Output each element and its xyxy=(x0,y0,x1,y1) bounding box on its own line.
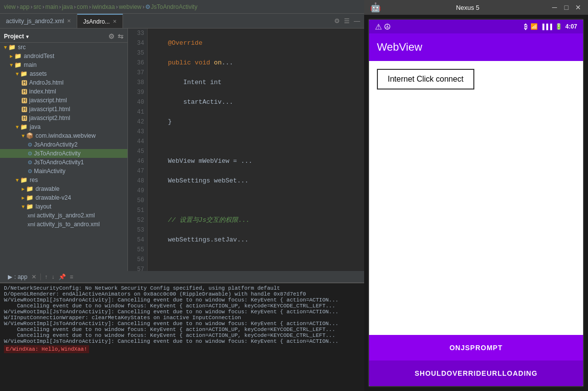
tree-item-label: res xyxy=(30,177,38,183)
list-item[interactable]: ⚙ JsAndroActivity2 xyxy=(0,140,127,149)
run-tab[interactable]: ▶ : app ✕ xyxy=(4,273,41,280)
list-item[interactable]: ▾ 📁 assets xyxy=(0,69,127,78)
list-item[interactable]: H javascript.html xyxy=(0,96,127,105)
tab-xml-close[interactable]: ✕ xyxy=(67,18,71,24)
shouldoverrideurlloading-button[interactable]: SHOULDOVERRIDEURLLOADING xyxy=(369,361,583,386)
battery-icon: 🔋 xyxy=(555,23,562,30)
html-icon: H xyxy=(22,116,27,121)
console-line: W/ViewRootImpl[JsToAndroActivity]: Cance… xyxy=(4,321,360,327)
ide-body: Project ▾ ⚙ ⇆ ▾ 📁 src ▸ 📁 androidTest xyxy=(0,29,364,271)
folder-icon: ▾ 📁 xyxy=(16,123,28,130)
tree-item-label: index.html xyxy=(29,88,56,95)
tree-item-label: androidTest xyxy=(24,53,54,60)
close-button[interactable]: ✕ xyxy=(574,3,582,11)
tab-js-close[interactable]: ✕ xyxy=(113,19,117,24)
signal-icon: ▐▐▐ xyxy=(541,24,552,30)
tree-item-label: assets xyxy=(30,70,47,77)
folder-icon: ▾ 📁 xyxy=(22,203,33,210)
console-line: W/ViewRootImpl[JsToAndroActivity]: Cance… xyxy=(4,297,360,303)
list-item[interactable]: ▾ 📁 layout xyxy=(0,202,127,211)
list-item[interactable]: H javascript2.html xyxy=(0,114,127,122)
tab-js-label: JsAndro... xyxy=(83,18,110,25)
app-bar: WebView xyxy=(369,33,583,61)
breadcrumb-com[interactable]: com xyxy=(77,3,88,10)
status-bar: ⚠ ☮ ₿ 📶 ▐▐▐ 🔋 4:07 xyxy=(369,20,583,33)
list-item[interactable]: H index.html xyxy=(0,87,127,96)
html-icon: H xyxy=(22,80,27,86)
pin-icon[interactable]: 📌 xyxy=(59,273,66,280)
tree-item-label: javascript.html xyxy=(29,97,67,104)
layout-icon[interactable]: ☰ xyxy=(344,17,350,25)
tree-item-label: com.iwindxaa.webview xyxy=(35,132,95,139)
list-item[interactable]: ▾ 📦 com.iwindxaa.webview xyxy=(0,131,127,140)
list-item[interactable]: ⚙ JsToAndroActivity xyxy=(0,149,127,158)
java-class-icon: ⚙ xyxy=(28,150,32,157)
html-icon: H xyxy=(22,107,27,112)
breadcrumb-app[interactable]: app xyxy=(20,3,30,10)
list-item[interactable]: ▸ 📁 drawable-v24 xyxy=(0,193,127,202)
java-class-icon: ⚙ xyxy=(28,168,32,175)
breadcrumb-webview[interactable]: webview xyxy=(119,3,141,10)
scroll-down-icon[interactable]: ↓ xyxy=(52,273,55,280)
breadcrumb-main[interactable]: main xyxy=(45,3,58,10)
tree-sync-icon[interactable]: ⇆ xyxy=(118,32,124,40)
tree-settings-icon[interactable]: ⚙ xyxy=(108,32,115,40)
filter-icon[interactable]: ≡ xyxy=(70,273,73,280)
tab-js-to-andro[interactable]: JsAndro... ✕ xyxy=(77,14,123,28)
tree-item-label: activity_js_to_andro.xml xyxy=(37,221,100,228)
code-editor[interactable]: 3334353637 3839404142 4344454647 4849505… xyxy=(128,29,364,271)
folder-icon: ▸ 📁 xyxy=(10,53,22,60)
onjsprompt-button[interactable]: ONJSPROMPT xyxy=(369,335,583,361)
gear-icon[interactable]: ⚙ xyxy=(334,17,340,25)
editor-tabs: activity_js_andro2.xml ✕ JsAndro... ✕ ⚙ … xyxy=(0,14,364,29)
folder-icon: ▾ 📁 xyxy=(4,44,16,51)
list-item[interactable]: ▸ 📁 drawable xyxy=(0,184,127,193)
list-item[interactable]: xml activity_js_to_andro.xml xyxy=(0,220,127,229)
breadcrumb-java[interactable]: java xyxy=(62,3,73,10)
list-item[interactable]: ▾ 📁 java xyxy=(0,122,127,131)
breadcrumb-src[interactable]: src xyxy=(33,3,41,10)
maximize-button[interactable]: □ xyxy=(562,3,570,11)
tree-item-label: src xyxy=(18,44,26,51)
tree-item-label: activity_js_andro2.xml xyxy=(37,212,95,219)
sync-icon: ☮ xyxy=(384,22,391,31)
ide-panel: view › app › src › main › java › com › i… xyxy=(0,0,364,391)
folder-icon: ▾ 📁 xyxy=(16,177,28,183)
list-item[interactable]: xml activity_js_andro2.xml xyxy=(0,211,127,220)
list-item[interactable]: ▸ 📁 androidTest xyxy=(0,52,127,60)
wifi-icon: 📶 xyxy=(530,23,538,30)
list-item[interactable]: ⚙ MainActivity xyxy=(0,167,127,176)
bluetooth-icon: ₿ xyxy=(524,23,527,30)
tree-item-label: java xyxy=(30,123,40,130)
tab-xml[interactable]: activity_js_andro2.xml ✕ xyxy=(0,14,77,28)
tree-item-label: javascript2.html xyxy=(29,115,70,121)
list-item[interactable]: ▾ 📁 main xyxy=(0,60,127,69)
tree-item-label: JsToAndroActivity xyxy=(34,150,81,157)
project-label: Project xyxy=(4,33,24,40)
scroll-up-icon[interactable]: ↑ xyxy=(45,273,48,280)
console-line: D/OpenGLRenderer: endAllActiveAnimators … xyxy=(4,291,360,297)
minus-icon[interactable]: — xyxy=(354,17,360,25)
list-item[interactable]: ⚙ JsToAndroActivity1 xyxy=(0,158,127,167)
list-item[interactable]: ▾ 📁 src xyxy=(0,43,127,52)
console-area: ▶ : app ✕ ↑ ↓ 📌 ≡ D/NetworkSecurityConfi… xyxy=(0,271,364,391)
status-bar-left: ⚠ ☮ xyxy=(375,22,391,31)
breadcrumb-iwindxaa[interactable]: iwindxaa xyxy=(92,3,115,10)
tree-item-label: MainActivity xyxy=(34,168,65,175)
xml-icon: xml xyxy=(28,222,35,227)
warning-icon: ⚠ xyxy=(375,22,382,31)
minimize-button[interactable]: ─ xyxy=(551,3,558,11)
console-line: W/ViewRootImpl[JsToAndroActivity]: Cance… xyxy=(4,309,360,315)
breadcrumb-activity[interactable]: JsToAndroActivity xyxy=(151,3,197,10)
list-item[interactable]: H javascript1.html xyxy=(0,105,127,114)
internet-click-connect-button[interactable]: Internet Click connect xyxy=(377,69,474,90)
tree-item-label: JsAndroActivity2 xyxy=(34,141,78,148)
list-item[interactable]: H AndroJs.html xyxy=(0,78,127,87)
console-line: Cancelling event due to no window focus:… xyxy=(4,332,360,338)
console-line: W/ViewRootImpl[JsToAndroActivity]: Cance… xyxy=(4,338,360,344)
breadcrumb-view[interactable]: view xyxy=(4,3,16,10)
console-tab-close[interactable]: ✕ xyxy=(31,273,36,280)
list-item[interactable]: ▾ 📁 res xyxy=(0,176,127,184)
app-bar-title: WebView xyxy=(377,41,422,54)
console-tab-label: : app xyxy=(14,273,28,280)
